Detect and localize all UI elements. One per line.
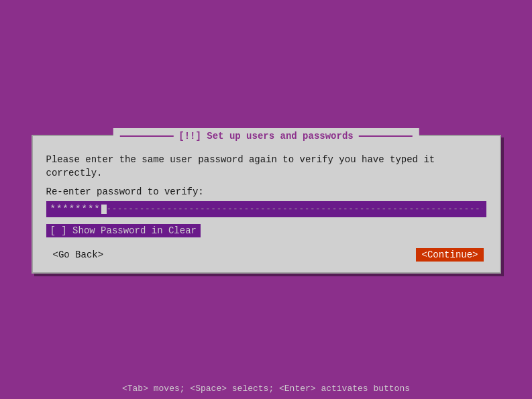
dialog: [!!] Set up users and passwords Please e…	[32, 135, 501, 274]
password-value: ********	[50, 204, 101, 215]
dialog-wrapper: [!!] Set up users and passwords Please e…	[32, 125, 501, 274]
status-bar-text: <Tab> moves; <Space> selects; <Enter> ac…	[122, 384, 410, 394]
password-dashes: ----------------------------------------…	[107, 205, 482, 214]
title-line-left	[119, 135, 173, 137]
show-password-checkbox-label[interactable]: [ ] Show Password in Clear	[46, 224, 201, 237]
show-password-row[interactable]: [ ] Show Password in Clear	[46, 224, 486, 237]
dialog-title-bar: [!!] Set up users and passwords	[113, 128, 419, 144]
status-bar: <Tab> moves; <Space> selects; <Enter> ac…	[0, 384, 532, 394]
password-cursor	[101, 205, 107, 214]
dialog-title: [!!] Set up users and passwords	[173, 131, 358, 141]
go-back-button[interactable]: <Go Back>	[49, 248, 108, 262]
password-input-display: ******** -------------------------------…	[50, 204, 482, 215]
password-label: Re-enter password to verify:	[46, 186, 486, 197]
dialog-content: Please enter the same user password agai…	[33, 140, 500, 272]
title-line-right	[359, 135, 413, 137]
continue-button[interactable]: <Continue>	[416, 248, 483, 262]
description-text: Please enter the same user password agai…	[46, 154, 486, 180]
password-input-container[interactable]: ******** -------------------------------…	[46, 201, 486, 217]
buttons-row: <Go Back> <Continue>	[46, 248, 486, 262]
